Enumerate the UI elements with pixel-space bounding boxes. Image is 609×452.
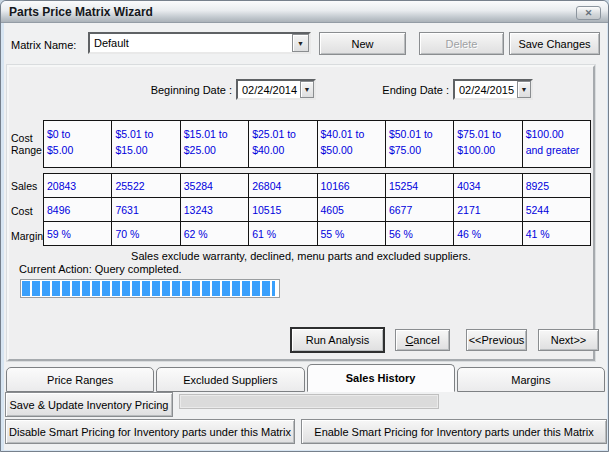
next-button[interactable]: Next>> [538, 329, 599, 351]
margin-cell: 61 % [249, 222, 317, 246]
tab-margins[interactable]: Margins [457, 367, 605, 392]
cost-range-cell: $50.01 to$75.00 [386, 121, 454, 168]
save-update-inventory-pricing-button[interactable]: Save & Update Inventory Pricing [5, 392, 173, 417]
margin-cell: 62 % [181, 222, 249, 246]
sales-cell: 4034 [454, 174, 522, 198]
cancel-button[interactable]: Cancel [395, 329, 450, 351]
chevron-down-icon: ▼ [297, 40, 304, 47]
chevron-down-icon: ▼ [521, 86, 528, 93]
margin-row-label: Margin [11, 223, 45, 248]
cost-cell: 13243 [181, 198, 249, 222]
cost-range-cell: $15.01 to$25.00 [181, 121, 249, 168]
close-button[interactable]: ✕ [576, 6, 601, 20]
cost-range-cell: $5.01 to$15.00 [112, 121, 180, 168]
disable-smart-pricing-button[interactable]: Disable Smart Pricing for Inventory part… [5, 419, 295, 444]
beginning-date-label: Beginning Date : [106, 84, 232, 96]
sales-cell: 10166 [318, 174, 386, 198]
margin-cell: 59 % [44, 222, 112, 246]
tab-excluded-suppliers[interactable]: Excluded Suppliers [156, 367, 304, 392]
cost-cell: 8496 [44, 198, 112, 222]
sales-cell: 25522 [112, 174, 180, 198]
margin-cell: 70 % [112, 222, 180, 246]
query-progress-fill [22, 281, 275, 296]
window-title: Parts Price Matrix Wizard [9, 5, 153, 19]
enable-smart-pricing-button[interactable]: Enable Smart Pricing for Inventory parts… [301, 419, 607, 444]
parts-price-matrix-wizard-window: Parts Price Matrix Wizard ✕ Matrix Name:… [0, 0, 609, 452]
sales-row-label: Sales [11, 173, 45, 198]
margin-cell: 41 % [523, 222, 591, 246]
sales-cell: 8925 [523, 174, 591, 198]
close-icon: ✕ [585, 8, 593, 18]
sales-cell: 35284 [181, 174, 249, 198]
sales-exclusion-note: Sales exclude warranty, declined, menu p… [9, 250, 593, 262]
cost-cell: 10515 [249, 198, 317, 222]
ending-date-dropdown-button[interactable]: ▼ [517, 81, 531, 98]
beginning-date-dropdown-button[interactable]: ▼ [300, 81, 314, 98]
cost-range-row-label: Cost Range [11, 120, 45, 168]
matrix-name-label: Matrix Name: [11, 39, 76, 51]
sales-history-panel: Beginning Date : 02/24/2014 ▼ Ending Dat… [7, 65, 595, 361]
margin-cell: 56 % [386, 222, 454, 246]
sales-cell: 20843 [44, 174, 112, 198]
margin-cell: 55 % [318, 222, 386, 246]
ending-date-field[interactable]: 02/24/2015 ▼ [453, 79, 533, 100]
cost-cell: 5244 [523, 198, 591, 222]
chevron-down-icon: ▼ [304, 86, 311, 93]
cost-range-cell: $75.01 to$100.00 [454, 121, 522, 168]
cost-range-header-row: $0 to$5.00 $5.01 to$15.00 $15.01 to$25.0… [43, 120, 591, 168]
matrix-name-dropdown-button[interactable]: ▼ [292, 34, 309, 52]
matrix-name-value: Default [90, 34, 292, 52]
cost-range-cell: $100.00and greater [523, 121, 591, 168]
tab-sales-history[interactable]: Sales History [307, 364, 455, 392]
beginning-date-field[interactable]: 02/24/2014 ▼ [236, 79, 316, 100]
run-analysis-button[interactable]: Run Analysis [291, 328, 384, 352]
cost-range-cell: $0 to$5.00 [44, 121, 112, 168]
inventory-pricing-progress-bar [179, 394, 439, 409]
cost-cell: 2171 [454, 198, 522, 222]
matrix-name-combobox[interactable]: Default ▼ [88, 32, 311, 54]
cost-cell: 7631 [112, 198, 180, 222]
sales-cell: 26804 [249, 174, 317, 198]
current-action-status: Current Action: Query completed. [19, 263, 182, 275]
wizard-tab-bar: Price Ranges Excluded Suppliers Sales Hi… [4, 363, 607, 392]
ending-date-label: Ending Date : [339, 84, 449, 96]
beginning-date-value: 02/24/2014 [238, 81, 300, 98]
cost-range-cell: $25.01 to$40.00 [249, 121, 317, 168]
ending-date-value: 02/24/2015 [455, 81, 517, 98]
query-progress-bar [20, 279, 280, 298]
save-changes-button[interactable]: Save Changes [509, 32, 600, 55]
delete-button[interactable]: Delete [419, 32, 504, 55]
dialog-body: Matrix Name: Default ▼ New Delete Save C… [4, 23, 607, 450]
tab-price-ranges[interactable]: Price Ranges [6, 367, 154, 392]
cost-cell: 6677 [386, 198, 454, 222]
cost-range-cell: $40.01 to$50.00 [318, 121, 386, 168]
matrix-data-table: 20843 25522 35284 26804 10166 15254 4034… [43, 173, 591, 246]
previous-button[interactable]: <<Previous [466, 329, 527, 351]
sales-cell: 15254 [386, 174, 454, 198]
new-button[interactable]: New [319, 32, 406, 55]
cost-cell: 4605 [318, 198, 386, 222]
titlebar[interactable]: Parts Price Matrix Wizard ✕ [1, 1, 608, 23]
margin-cell: 46 % [454, 222, 522, 246]
cost-row-label: Cost [11, 198, 45, 223]
